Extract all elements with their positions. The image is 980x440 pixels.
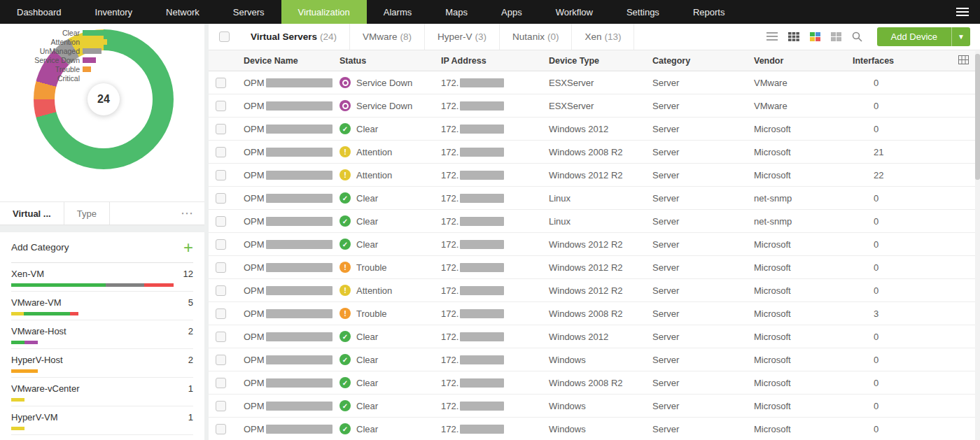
scrollbar-thumb[interactable] [975,54,980,180]
device-name-cell[interactable]: OPM [244,101,340,111]
device-interfaces-cell: 0 [853,401,980,411]
device-group-tab[interactable]: Nutanix (0) [500,24,572,50]
row-checkbox[interactable] [216,193,226,204]
category-row[interactable]: VMware-vCenter 1 [11,378,193,406]
legend-swatch [83,66,91,72]
category-row[interactable]: VMware-VM 5 [11,292,193,320]
nav-item[interactable]: Inventory [78,0,149,24]
add-device-dropdown-caret[interactable]: ▼ [951,27,970,46]
nav-item[interactable]: Dashboard [0,0,78,24]
category-row[interactable]: HyperV-VM 1 [11,406,193,435]
device-group-tab[interactable]: Virtual Servers (24) [238,24,350,50]
row-checkbox[interactable] [216,285,226,296]
category-view-icon[interactable] [810,32,820,41]
device-name-cell[interactable]: OPM [244,147,340,157]
row-checkbox[interactable] [216,216,226,227]
device-name-cell[interactable]: OPM [244,78,340,88]
category-row[interactable]: Xen-Host 1 [11,435,193,440]
category-row[interactable]: Xen-VM 12 [11,263,193,292]
nav-item[interactable]: Settings [610,0,676,24]
table-row[interactable]: OPM Clear 172. Windows Server Microsoft … [209,418,980,440]
device-group-tab[interactable]: Xen (13) [572,24,634,50]
add-device-button[interactable]: Add Device [877,27,951,46]
device-name-cell[interactable]: OPM [244,262,340,273]
category-row[interactable]: HyperV-Host 2 [11,349,193,378]
category-severity-bar [11,283,193,287]
row-checkbox[interactable] [216,101,226,111]
redacted-ip [460,240,504,249]
nav-item[interactable]: Maps [428,0,484,24]
column-header[interactable]: Category [652,56,754,66]
nav-item[interactable]: Network [149,0,216,24]
table-row[interactable]: OPM Trouble 172. Windows 2008 R2 Server … [209,302,980,325]
column-header[interactable]: IP Address [441,56,549,66]
column-chooser-icon[interactable] [958,55,969,66]
device-name-cell[interactable]: OPM [244,332,340,342]
nav-item[interactable]: Alarms [367,0,428,24]
select-all-checkbox[interactable] [219,31,230,42]
table-row[interactable]: OPM Attention 172. Windows 2008 R2 Serve… [209,141,980,164]
table-row[interactable]: OPM Attention 172. Windows 2012 R2 Serve… [209,164,980,187]
device-name-cell[interactable]: OPM [244,285,340,296]
device-name-cell[interactable]: OPM [244,239,340,250]
add-category-button[interactable]: Add Category + [11,232,193,263]
device-name-cell[interactable]: OPM [244,216,340,227]
tab-type[interactable]: Type [64,202,110,225]
nav-item[interactable]: Reports [676,0,742,24]
category-row[interactable]: VMware-Host 2 [11,320,193,349]
nav-item[interactable]: Workflow [539,0,610,24]
list-view-icon[interactable] [766,32,778,41]
table-row[interactable]: OPM Clear 172. Windows 2012 R2 Server Mi… [209,233,980,256]
row-checkbox[interactable] [216,78,226,88]
tab-virtual-servers[interactable]: Virtual ... [0,202,64,225]
search-icon[interactable] [852,31,862,42]
table-row[interactable]: OPM Service Down 172. ESXServer Server V… [209,71,980,94]
row-checkbox[interactable] [216,239,226,250]
row-checkbox[interactable] [216,147,226,157]
device-name-cell[interactable]: OPM [244,124,340,134]
device-name-cell[interactable]: OPM [244,424,340,434]
widget-view-icon[interactable] [831,32,841,41]
row-checkbox[interactable] [216,124,226,134]
row-checkbox[interactable] [216,332,226,342]
device-name-cell[interactable]: OPM [244,170,340,180]
table-row[interactable]: OPM Clear 172. Windows 2008 R2 Server Mi… [209,371,980,395]
nav-item[interactable]: Apps [484,0,539,24]
column-header[interactable]: Device Name [244,56,340,66]
donut-total: 24 [88,83,120,115]
device-group-tab[interactable]: VMware (8) [350,24,425,50]
table-view-icon[interactable] [788,32,799,41]
device-name-cell[interactable]: OPM [244,378,340,388]
table-row[interactable]: OPM Service Down 172. ESXServer Server V… [209,94,980,118]
row-checkbox[interactable] [216,378,226,388]
table-row[interactable]: OPM Trouble 172. Windows 2012 R2 Server … [209,256,980,279]
nav-item[interactable]: Virtualization [281,0,367,24]
device-group-tab[interactable]: Hyper-V (3) [425,24,500,50]
row-checkbox[interactable] [216,262,226,273]
more-options-icon[interactable]: ⋯ [171,202,204,225]
row-checkbox[interactable] [216,170,226,180]
device-name-cell[interactable]: OPM [244,308,340,319]
nav-item[interactable]: Servers [216,0,281,24]
device-name-cell[interactable]: OPM [244,401,340,411]
table-row[interactable]: OPM Clear 172. Windows 2012 Server Micro… [209,325,980,348]
device-type-cell: Windows [549,424,652,434]
table-row[interactable]: OPM Clear 172. Linux Server net-snmp 0 [209,210,980,233]
row-checkbox[interactable] [216,355,226,365]
table-row[interactable]: OPM Clear 172. Windows Server Microsoft … [209,395,980,418]
table-row[interactable]: OPM Clear 172. Linux Server net-snmp 0 [209,187,980,210]
table-row[interactable]: OPM Clear 172. Windows 2012 Server Micro… [209,118,980,141]
column-header[interactable]: Vendor [754,56,853,66]
table-row[interactable]: OPM Attention 172. Windows 2012 R2 Serve… [209,279,980,302]
nav-item-label: Alarms [384,7,412,17]
hamburger-menu-icon[interactable] [945,0,980,24]
table-row[interactable]: OPM Clear 172. Windows Server Microsoft … [209,348,980,371]
row-checkbox[interactable] [216,308,226,319]
redacted-ip [460,332,504,341]
row-checkbox[interactable] [216,424,226,434]
row-checkbox[interactable] [216,401,226,411]
column-header[interactable]: Device Type [549,56,652,66]
column-header[interactable]: Status [340,56,441,66]
device-name-cell[interactable]: OPM [244,355,340,365]
device-name-cell[interactable]: OPM [244,193,340,204]
